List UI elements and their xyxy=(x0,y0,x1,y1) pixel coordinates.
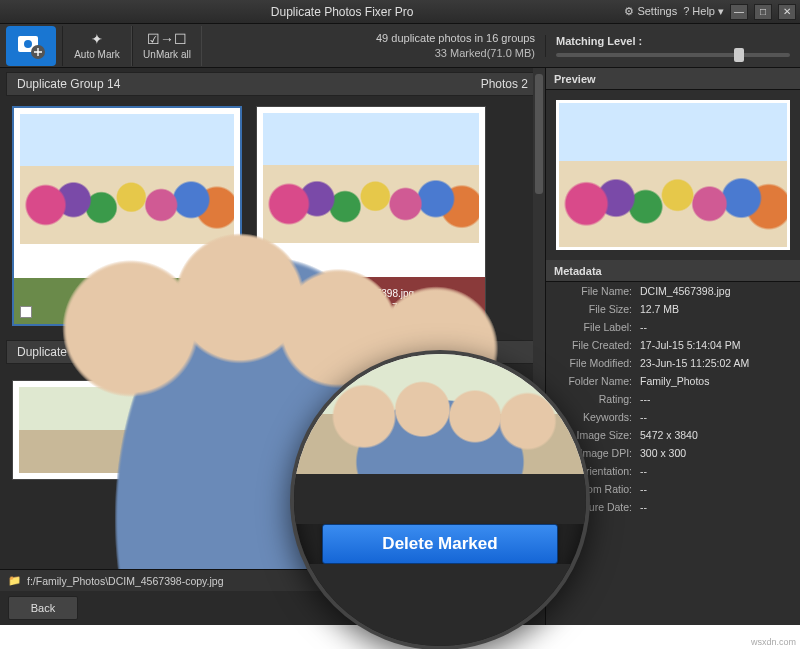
metadata-row: Keywords:-- xyxy=(546,408,800,426)
metadata-key: File Size: xyxy=(554,303,640,315)
metadata-key: Folder Name: xyxy=(554,375,640,387)
metadata-value: -- xyxy=(640,465,792,477)
matching-slider[interactable] xyxy=(556,53,790,57)
delete-marked-button[interactable]: Delete Marked xyxy=(322,524,558,564)
metadata-value: -- xyxy=(640,501,792,513)
metadata-value: -- xyxy=(640,483,792,495)
toolbar: ✦ Auto Mark ☑→☐ UnMark all 49 duplicate … xyxy=(0,24,800,68)
status-path: f:/Family_Photos\DCIM_4567398-copy.jpg xyxy=(27,575,224,587)
metadata-panel: File Name:DCIM_4567398.jpgFile Size:12.7… xyxy=(546,282,800,625)
metadata-value: Family_Photos xyxy=(640,375,792,387)
slider-thumb[interactable] xyxy=(734,48,744,62)
folder-icon: 📁 xyxy=(8,574,21,587)
metadata-key: File Created: xyxy=(554,339,640,351)
metadata-key: File Modified: xyxy=(554,357,640,369)
metadata-key: File Label: xyxy=(554,321,640,333)
wand-icon: ✦ xyxy=(91,31,103,47)
title-bar: Duplicate Photos Fixer Pro ⚙ Settings ? … xyxy=(0,0,800,24)
metadata-key: File Name: xyxy=(554,285,640,297)
metadata-row: File Created:17-Jul-15 5:14:04 PM xyxy=(546,336,800,354)
metadata-value: 300 x 300 xyxy=(640,447,792,459)
minimize-button[interactable]: — xyxy=(730,4,748,20)
scrollbar-thumb[interactable] xyxy=(535,74,543,194)
watermark: wsxdn.com xyxy=(751,637,796,647)
automark-button[interactable]: ✦ Auto Mark xyxy=(62,26,132,66)
stats-line1: 49 duplicate photos in 16 groups xyxy=(202,31,535,46)
settings-link[interactable]: ⚙ Settings xyxy=(624,5,677,18)
stats: 49 duplicate photos in 16 groups 33 Mark… xyxy=(202,31,545,61)
close-button[interactable]: ✕ xyxy=(778,4,796,20)
matching-level[interactable]: Matching Level : xyxy=(545,35,800,57)
metadata-row: Folder Name:Family_Photos xyxy=(546,372,800,390)
preview-header: Preview xyxy=(546,68,800,90)
unmark-icon: ☑→☐ xyxy=(147,31,187,47)
metadata-row: Rating:--- xyxy=(546,390,800,408)
metadata-value: DCIM_4567398.jpg xyxy=(640,285,792,297)
metadata-row: Image Size:5472 x 3840 xyxy=(546,426,800,444)
metadata-value: 17-Jul-15 5:14:04 PM xyxy=(640,339,792,351)
metadata-value: 5472 x 3840 xyxy=(640,429,792,441)
metadata-key: Rating: xyxy=(554,393,640,405)
metadata-value: -- xyxy=(640,411,792,423)
back-button[interactable]: Back xyxy=(8,596,78,620)
maximize-button[interactable]: □ xyxy=(754,4,772,20)
stats-line2: 33 Marked(71.0 MB) xyxy=(202,46,535,61)
metadata-row: File Modified:23-Jun-15 11:25:02 AM xyxy=(546,354,800,372)
svg-point-1 xyxy=(24,40,32,48)
zoom-lens: Delete Marked xyxy=(290,350,590,649)
unmarkall-button[interactable]: ☑→☐ UnMark all xyxy=(132,26,202,66)
metadata-value: 12.7 MB xyxy=(640,303,792,315)
preview-image xyxy=(556,100,790,250)
app-logo xyxy=(6,26,56,66)
metadata-row: File Label:-- xyxy=(546,318,800,336)
metadata-value: 23-Jun-15 11:25:02 AM xyxy=(640,357,792,369)
help-link[interactable]: ? Help ▾ xyxy=(683,5,724,18)
metadata-value: -- xyxy=(640,321,792,333)
metadata-row: File Name:DCIM_4567398.jpg xyxy=(546,282,800,300)
metadata-header: Metadata xyxy=(546,260,800,282)
metadata-row: File Size:12.7 MB xyxy=(546,300,800,318)
metadata-value: --- xyxy=(640,393,792,405)
app-title: Duplicate Photos Fixer Pro xyxy=(60,5,624,19)
